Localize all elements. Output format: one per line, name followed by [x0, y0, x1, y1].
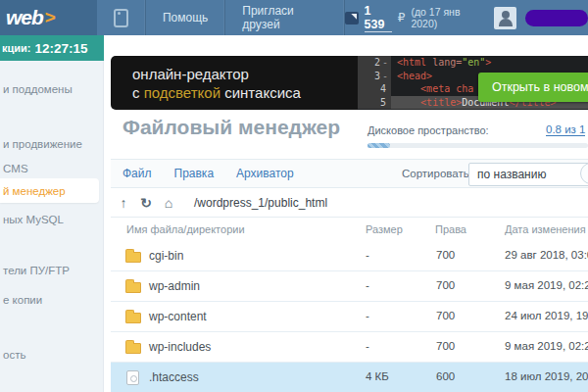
- sidebar-item-label: CMS: [3, 163, 28, 174]
- file-name[interactable]: cgi-bin: [149, 249, 183, 263]
- menu-archiver[interactable]: Архиватор: [236, 167, 294, 180]
- code-token: <head>: [397, 71, 432, 81]
- sidebar-item[interactable]: и поддомены: [0, 78, 104, 100]
- code-token: <title>: [420, 97, 462, 108]
- line-number: 4: [358, 82, 391, 96]
- user-avatar[interactable]: [494, 7, 516, 29]
- code-source: <html lang="en">: [391, 56, 588, 70]
- balance-link[interactable]: 1 539: [365, 4, 392, 32]
- disk-usage-bar: [368, 143, 588, 148]
- sidebar-item-label: тели ПУ/FTP: [3, 265, 70, 276]
- file-size: -: [366, 310, 369, 321]
- sidebar-item-label: ных MySQL: [3, 214, 64, 225]
- file-size: -: [366, 340, 369, 352]
- username-redacted[interactable]: [525, 10, 588, 26]
- file-name[interactable]: wp-content: [149, 310, 207, 323]
- help-link[interactable]: Помощь: [146, 0, 225, 35]
- up-directory-icon[interactable]: ↑: [114, 195, 133, 211]
- wallet-icon: [345, 12, 359, 24]
- column-date[interactable]: Дата изменения: [505, 223, 586, 235]
- invite-friends-link[interactable]: Пригласи друзей: [225, 0, 345, 35]
- sidebar-item-label: й менеджер: [3, 185, 66, 197]
- promo-timer-label: кции:: [2, 42, 30, 54]
- page-title: Файловый менеджер: [122, 116, 340, 139]
- sidebar-item-label: и поддомены: [3, 83, 73, 95]
- file-date: 9 мая 2019, 02:2: [505, 279, 588, 291]
- editor-promo-banner[interactable]: онлайн-редактор с подсветкой синтаксиса …: [111, 56, 588, 110]
- code-token: "en": [462, 57, 485, 68]
- banner-line2: с подсветкой синтаксиса: [132, 83, 301, 102]
- file-size: 4 КБ: [366, 370, 389, 382]
- mobile-app-button[interactable]: [97, 0, 146, 35]
- table-header: Имя файла/директории Размер Права Дата и…: [111, 218, 588, 241]
- sidebar-item[interactable]: CMS: [0, 158, 104, 179]
- balance-block: 1 539 ₽ (до 17 янв 2020): [345, 0, 494, 35]
- balance-currency: ₽: [398, 11, 406, 24]
- sort-select[interactable]: по названию: [468, 163, 588, 186]
- file-date: 29 авг 2018, 03:0: [505, 249, 588, 261]
- banner-text: онлайн-редактор с подсветкой синтаксиса: [132, 65, 301, 102]
- sidebar: и поддомены и продвижение CMS й менеджер…: [0, 61, 104, 392]
- sidebar-item[interactable]: и продвижение: [0, 133, 104, 155]
- code-token: <meta cha: [420, 83, 473, 94]
- file-type-icon: [125, 340, 142, 355]
- column-name[interactable]: Имя файла/директории: [126, 223, 245, 235]
- balance-until: (до 17 янв 2020): [411, 6, 481, 29]
- table-row[interactable]: wp-includes - 700 9 мая 2019, 02:2: [111, 332, 588, 363]
- file-name[interactable]: wp-admin: [149, 279, 200, 293]
- file-list: cgi-bin - 700 29 авг 2018, 03:0 wp-admin…: [111, 241, 588, 392]
- line-number: 5: [358, 96, 391, 110]
- file-type-icon: [125, 370, 142, 385]
- file-type-icon: [125, 310, 142, 324]
- refresh-icon[interactable]: ↻: [136, 195, 156, 211]
- column-rights[interactable]: Права: [435, 223, 466, 235]
- file-rights: 700: [436, 340, 455, 352]
- breadcrumb-path[interactable]: /wordpress_1/public_html: [194, 196, 327, 210]
- logo-text: web: [6, 6, 43, 29]
- code-token: <html: [397, 57, 426, 68]
- file-name[interactable]: .htaccess: [149, 370, 199, 384]
- open-in-new-window-button[interactable]: Открыть в новом ок: [478, 73, 588, 102]
- menu-file[interactable]: Файл: [122, 167, 152, 180]
- table-row[interactable]: wp-admin - 700 9 мая 2019, 02:2: [111, 271, 588, 302]
- promo-timer-countdown: 12:27:15: [34, 41, 87, 56]
- sidebar-item-label: ость: [3, 349, 25, 361]
- menu-edit[interactable]: Правка: [174, 167, 215, 180]
- logo-arrow-icon: >: [45, 7, 56, 28]
- code-token: >: [485, 57, 491, 68]
- file-date: 24 июл 2019, 19:: [505, 310, 588, 321]
- sidebar-item[interactable]: е копии: [0, 289, 104, 311]
- table-row[interactable]: wp-content - 700 24 июл 2019, 19:: [111, 302, 588, 332]
- banner-line1: онлайн-редактор: [132, 65, 301, 83]
- home-icon[interactable]: ⌂: [159, 195, 178, 211]
- disk-space-link[interactable]: 0.8 из 1: [546, 123, 585, 136]
- logo[interactable]: web >: [0, 0, 97, 35]
- file-type-icon: [125, 249, 142, 264]
- file-size: -: [366, 249, 369, 261]
- sidebar-item-label: и продвижение: [3, 138, 82, 150]
- phone-icon: [114, 9, 128, 27]
- line-number: 3-: [358, 70, 391, 83]
- file-rights: 600: [436, 370, 455, 382]
- column-size[interactable]: Размер: [366, 223, 403, 235]
- sidebar-item-label: е копии: [3, 294, 42, 306]
- sidebar-item[interactable]: тели ПУ/FTP: [0, 260, 104, 281]
- table-row[interactable]: cgi-bin - 700 29 авг 2018, 03:0: [111, 241, 588, 271]
- sidebar-item[interactable]: ость: [0, 344, 104, 366]
- file-rights: 700: [436, 310, 455, 321]
- app-root: web > Помощь Пригласи друзей 1 539 ₽ (до…: [0, 0, 588, 392]
- sidebar-item[interactable]: й менеджер: [0, 178, 99, 203]
- disk-space-label: Дисковое пространство:: [368, 124, 489, 136]
- file-rights: 700: [436, 279, 455, 291]
- sidebar-item[interactable]: ных MySQL: [0, 209, 104, 230]
- table-row[interactable]: .htaccess 4 КБ 600 18 июл 2019, 20:: [111, 363, 588, 392]
- filemanager-toolbar: ↑ ↻ ⌂ /wordpress_1/public_html: [111, 188, 588, 218]
- file-size: -: [366, 279, 369, 291]
- top-header: web > Помощь Пригласи друзей 1 539 ₽ (до…: [0, 0, 588, 35]
- file-name[interactable]: wp-includes: [149, 340, 211, 354]
- file-date: 9 мая 2019, 02:2: [505, 340, 588, 352]
- file-rights: 700: [436, 249, 455, 261]
- code-line: 2- <html lang="en">: [358, 56, 588, 70]
- sort-label: Сортировать:: [402, 168, 472, 179]
- promo-timer[interactable]: кции: 12:27:15: [0, 35, 104, 61]
